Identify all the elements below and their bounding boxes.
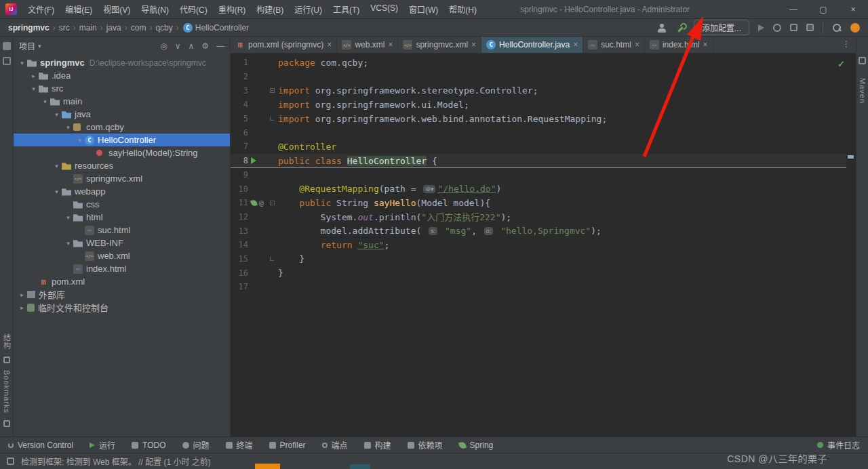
tree-row[interactable]: ▾com.qcby [14,121,230,134]
menu-item[interactable]: 导航(N) [136,3,174,15]
spring-mapping-icon[interactable] [250,199,258,207]
maven-tool-button[interactable]: Maven [859,78,867,104]
coverage-icon[interactable] [790,24,797,31]
code-line[interactable]: 13 model.addAttribute( s: "msg", o: "hel… [231,224,846,238]
fold-collapse-icon[interactable] [270,201,275,205]
tree-row[interactable]: mpom.xml [14,275,230,288]
tree-row[interactable]: </>web.xml [14,249,230,262]
menu-item[interactable]: 视图(V) [98,3,136,15]
tree-row[interactable]: </>springmvc.xml [14,172,230,185]
user-icon[interactable] [657,23,667,33]
close-icon[interactable]: × [388,40,393,49]
editor-tab[interactable]: mpom.xml (springmvc)× [231,37,337,53]
project-tool-icon[interactable] [3,42,11,50]
breadcrumb-item[interactable]: com [131,23,146,33]
chevron-down-icon[interactable]: ▾ [38,43,41,49]
tree-row[interactable]: ▸外部库 [14,288,230,301]
code-line[interactable]: 16} [231,266,846,280]
menu-item[interactable]: 编辑(E) [60,3,98,15]
toolwindow-button[interactable]: Profiler [269,441,306,450]
editor-tab[interactable]: <>index.html× [645,37,713,53]
tree-row[interactable]: <>index.html [14,262,230,275]
chevron-icon[interactable]: ▾ [52,111,61,118]
maven-tool-icon[interactable] [859,57,866,64]
chevron-icon[interactable]: ▸ [18,304,26,311]
fold-column[interactable] [270,257,278,261]
breadcrumb-item[interactable]: main [79,23,97,33]
tree-row[interactable]: ▾main [14,95,230,108]
tree-row[interactable]: ▾resources [14,159,230,172]
tree-row[interactable]: ▾webapp [14,185,230,198]
fold-column[interactable] [270,88,278,93]
chevron-icon[interactable]: ▾ [75,137,84,144]
toolwindow-button[interactable]: 依赖项 [408,439,443,451]
close-icon[interactable]: × [703,40,708,49]
fold-column[interactable] [270,117,278,121]
favorites-tool-icon[interactable] [3,356,10,363]
expand-icon[interactable]: ∨ [175,41,181,51]
code-line[interactable]: 11@ public String sayHello(Model model){ [231,196,846,210]
tree-row[interactable]: ▾src [14,82,230,95]
tree-row[interactable]: ▾WEB-INF [14,237,230,249]
menu-item[interactable]: 工具(T) [328,3,365,15]
toolwindow-button[interactable]: 终端 [226,439,253,451]
code-line[interactable]: 3import org.springframework.stereotype.C… [231,83,846,98]
tab-list-icon[interactable]: ⋮ [842,39,850,49]
chevron-icon[interactable]: ▾ [64,240,73,247]
code-line[interactable]: 5import org.springframework.web.bind.ann… [231,112,846,126]
code-line[interactable]: 15 } [231,252,846,266]
close-icon[interactable]: × [573,40,578,49]
code-line[interactable]: 10 @RequestMapping(path = ⊚▾"/hello.do") [231,182,846,196]
breadcrumb-item[interactable]: HelloController [195,23,249,33]
chevron-icon[interactable]: ▾ [52,163,61,169]
code-editor[interactable]: 1package com.qcby;23import org.springfra… [231,54,856,436]
menu-item[interactable]: 文件(F) [22,3,60,15]
close-icon[interactable]: × [471,40,476,49]
tree-row[interactable]: ▾html [14,211,230,224]
code-line[interactable]: 9 [231,168,846,182]
code-line[interactable]: 8public class HelloController { [231,154,846,168]
bookmark-icon[interactable] [3,420,10,427]
editor-tab[interactable]: <>suc.html× [583,37,645,53]
status-grid-icon[interactable] [7,457,14,465]
close-icon[interactable]: × [635,40,639,49]
menu-item[interactable]: 帮助(H) [443,3,482,15]
chevron-icon[interactable]: ▾ [41,98,50,105]
settings-icon[interactable]: ⚙ [201,41,209,51]
tree-row[interactable]: ▸.idea [14,69,230,82]
code-line[interactable]: 1package com.qcby; [231,56,846,70]
tree-row[interactable]: <>suc.html [14,224,230,237]
toolwindow-button[interactable]: TODO [132,441,165,450]
wrench-icon[interactable] [675,23,685,33]
code-line[interactable]: 17 [231,280,846,294]
tree-row[interactable]: ▸临时文件和控制台 [14,301,230,314]
chevron-icon[interactable]: ▾ [64,214,73,221]
chevron-icon[interactable]: ▸ [29,73,38,79]
code-line[interactable]: 7@Controller [231,140,846,154]
menu-item[interactable]: 窗口(W) [403,3,443,15]
breadcrumb-item[interactable]: src [59,23,70,33]
commit-tool-icon[interactable] [3,57,11,65]
menu-item[interactable]: 运行(U) [289,3,328,15]
bookmarks-tool-button[interactable]: Bookmarks [3,370,11,413]
chevron-icon[interactable]: ▾ [52,188,61,195]
editor-tab[interactable]: </>springmvc.xml× [398,37,481,53]
run-icon[interactable] [758,24,764,31]
code-line[interactable]: 12 System.out.println("入门方法执行222"); [231,210,846,224]
tree-row[interactable]: ▾CHelloController [14,134,230,146]
fold-collapse-icon[interactable] [270,88,275,93]
project-panel-title[interactable]: 项目 [19,40,35,52]
status-message[interactable]: 检测到框架: 检测到 Web 框架。 // 配置 (1 小时 之前) [21,455,211,467]
toolwindow-button[interactable]: 运行 [90,439,115,451]
breadcrumb-item[interactable]: springmvc [8,23,50,33]
chevron-icon[interactable]: ▸ [18,291,26,298]
event-log-button[interactable]: 事件日志 [817,439,860,451]
breadcrumb-item[interactable]: qcby [155,23,172,33]
collapse-icon[interactable]: ∧ [188,41,194,51]
chevron-icon[interactable]: ▾ [64,124,73,131]
structure-tool-button[interactable]: 结构 [1,333,12,350]
close-button[interactable]: × [838,0,868,19]
toolwindow-button[interactable]: Spring [459,441,494,450]
tree-row[interactable]: ▾java [14,108,230,121]
profiler-icon[interactable] [773,24,781,32]
